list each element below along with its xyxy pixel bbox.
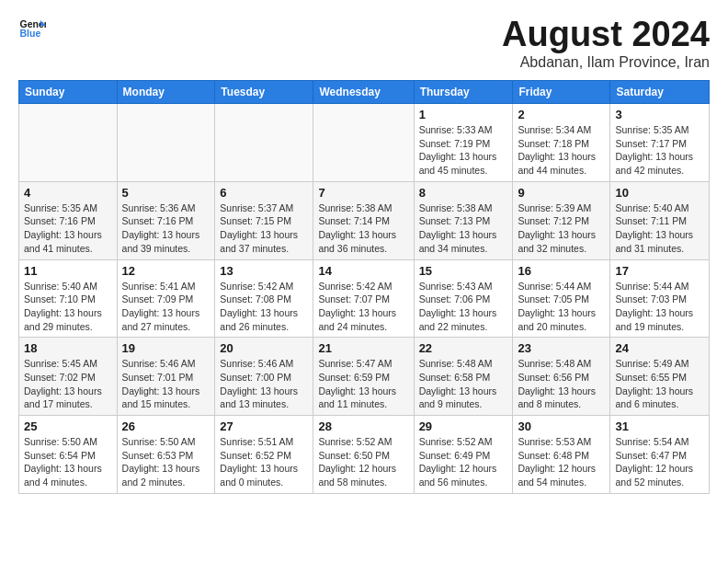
day-detail: Sunrise: 5:44 AMSunset: 7:05 PMDaylight:…: [518, 280, 605, 334]
day-number: 2: [518, 108, 605, 121]
day-number: 4: [24, 186, 112, 200]
day-detail: Sunrise: 5:41 AMSunset: 7:09 PMDaylight:…: [122, 280, 210, 334]
empty-cell: [313, 104, 414, 182]
day-cell-8: 8Sunrise: 5:38 AMSunset: 7:13 PMDaylight…: [414, 181, 513, 259]
logo-icon: General Blue: [18, 15, 46, 42]
day-detail: Sunrise: 5:54 AMSunset: 6:47 PMDaylight:…: [615, 435, 704, 489]
day-number: 17: [615, 264, 704, 278]
header-thursday: Thursday: [414, 81, 513, 104]
day-detail: Sunrise: 5:42 AMSunset: 7:07 PMDaylight:…: [318, 280, 408, 334]
day-number: 30: [518, 419, 605, 433]
day-cell-26: 26Sunrise: 5:50 AMSunset: 6:53 PMDayligh…: [117, 416, 215, 494]
empty-cell: [215, 104, 313, 182]
day-detail: Sunrise: 5:40 AMSunset: 7:11 PMDaylight:…: [615, 201, 704, 256]
week-row-5: 25Sunrise: 5:50 AMSunset: 6:54 PMDayligh…: [19, 416, 710, 494]
day-cell-30: 30Sunrise: 5:53 AMSunset: 6:48 PMDayligh…: [513, 416, 610, 494]
day-cell-27: 27Sunrise: 5:51 AMSunset: 6:52 PMDayligh…: [215, 416, 313, 494]
day-number: 18: [24, 341, 112, 355]
header-monday: Monday: [117, 81, 215, 104]
day-number: 5: [122, 186, 210, 200]
day-detail: Sunrise: 5:43 AMSunset: 7:06 PMDaylight:…: [419, 280, 508, 334]
day-number: 11: [24, 264, 112, 278]
day-cell-16: 16Sunrise: 5:44 AMSunset: 7:05 PMDayligh…: [513, 259, 610, 338]
day-number: 12: [122, 264, 210, 278]
day-cell-28: 28Sunrise: 5:52 AMSunset: 6:50 PMDayligh…: [313, 416, 414, 494]
day-cell-15: 15Sunrise: 5:43 AMSunset: 7:06 PMDayligh…: [414, 259, 513, 338]
day-cell-21: 21Sunrise: 5:47 AMSunset: 6:59 PMDayligh…: [313, 338, 414, 416]
day-number: 31: [615, 419, 704, 433]
day-number: 16: [518, 264, 605, 278]
day-detail: Sunrise: 5:33 AMSunset: 7:19 PMDaylight:…: [419, 123, 508, 178]
day-cell-20: 20Sunrise: 5:46 AMSunset: 7:00 PMDayligh…: [215, 338, 313, 416]
day-detail: Sunrise: 5:34 AMSunset: 7:18 PMDaylight:…: [518, 123, 605, 178]
day-detail: Sunrise: 5:36 AMSunset: 7:16 PMDaylight:…: [122, 201, 210, 256]
header-wednesday: Wednesday: [313, 81, 414, 104]
day-number: 25: [24, 419, 112, 433]
day-detail: Sunrise: 5:44 AMSunset: 7:03 PMDaylight:…: [615, 280, 704, 334]
day-detail: Sunrise: 5:50 AMSunset: 6:53 PMDaylight:…: [122, 435, 210, 489]
day-number: 26: [122, 419, 210, 433]
logo: General Blue: [18, 15, 46, 42]
day-number: 19: [122, 341, 210, 355]
week-row-1: 1Sunrise: 5:33 AMSunset: 7:19 PMDaylight…: [19, 104, 710, 182]
day-cell-9: 9Sunrise: 5:39 AMSunset: 7:12 PMDaylight…: [513, 181, 610, 259]
day-number: 14: [318, 264, 408, 278]
day-detail: Sunrise: 5:38 AMSunset: 7:14 PMDaylight:…: [318, 201, 408, 256]
header-tuesday: Tuesday: [215, 81, 313, 104]
week-row-4: 18Sunrise: 5:45 AMSunset: 7:02 PMDayligh…: [19, 338, 710, 416]
day-cell-29: 29Sunrise: 5:52 AMSunset: 6:49 PMDayligh…: [414, 416, 513, 494]
day-detail: Sunrise: 5:50 AMSunset: 6:54 PMDaylight:…: [24, 435, 112, 489]
day-detail: Sunrise: 5:49 AMSunset: 6:55 PMDaylight:…: [615, 357, 704, 411]
day-cell-25: 25Sunrise: 5:50 AMSunset: 6:54 PMDayligh…: [19, 416, 118, 494]
calendar-table: SundayMondayTuesdayWednesdayThursdayFrid…: [18, 80, 710, 494]
day-number: 27: [220, 419, 308, 433]
day-detail: Sunrise: 5:35 AMSunset: 7:16 PMDaylight:…: [24, 201, 112, 256]
day-detail: Sunrise: 5:35 AMSunset: 7:17 PMDaylight:…: [615, 123, 704, 178]
day-number: 20: [220, 341, 308, 355]
day-detail: Sunrise: 5:51 AMSunset: 6:52 PMDaylight:…: [220, 435, 308, 489]
day-cell-19: 19Sunrise: 5:46 AMSunset: 7:01 PMDayligh…: [117, 338, 215, 416]
day-detail: Sunrise: 5:46 AMSunset: 7:01 PMDaylight:…: [122, 357, 210, 411]
header: General Blue August 2024 Abdanan, Ilam P…: [18, 15, 710, 71]
header-saturday: Saturday: [610, 81, 710, 104]
day-detail: Sunrise: 5:42 AMSunset: 7:08 PMDaylight:…: [220, 280, 308, 334]
day-number: 28: [318, 419, 408, 433]
day-cell-7: 7Sunrise: 5:38 AMSunset: 7:14 PMDaylight…: [313, 181, 414, 259]
day-cell-10: 10Sunrise: 5:40 AMSunset: 7:11 PMDayligh…: [610, 181, 710, 259]
day-cell-2: 2Sunrise: 5:34 AMSunset: 7:18 PMDaylight…: [513, 104, 610, 182]
day-cell-18: 18Sunrise: 5:45 AMSunset: 7:02 PMDayligh…: [19, 338, 118, 416]
week-row-3: 11Sunrise: 5:40 AMSunset: 7:10 PMDayligh…: [19, 259, 710, 338]
day-detail: Sunrise: 5:53 AMSunset: 6:48 PMDaylight:…: [518, 435, 605, 489]
day-number: 1: [419, 108, 508, 121]
day-detail: Sunrise: 5:38 AMSunset: 7:13 PMDaylight:…: [419, 201, 508, 256]
day-cell-31: 31Sunrise: 5:54 AMSunset: 6:47 PMDayligh…: [610, 416, 710, 494]
day-number: 22: [419, 341, 508, 355]
day-cell-23: 23Sunrise: 5:48 AMSunset: 6:56 PMDayligh…: [513, 338, 610, 416]
day-cell-5: 5Sunrise: 5:36 AMSunset: 7:16 PMDaylight…: [117, 181, 215, 259]
week-row-2: 4Sunrise: 5:35 AMSunset: 7:16 PMDaylight…: [19, 181, 710, 259]
day-detail: Sunrise: 5:48 AMSunset: 6:56 PMDaylight:…: [518, 357, 605, 411]
day-number: 21: [318, 341, 408, 355]
day-detail: Sunrise: 5:47 AMSunset: 6:59 PMDaylight:…: [318, 357, 408, 411]
day-number: 13: [220, 264, 308, 278]
day-cell-22: 22Sunrise: 5:48 AMSunset: 6:58 PMDayligh…: [414, 338, 513, 416]
day-cell-6: 6Sunrise: 5:37 AMSunset: 7:15 PMDaylight…: [215, 181, 313, 259]
subtitle: Abdanan, Ilam Province, Iran: [502, 54, 710, 71]
day-number: 8: [419, 186, 508, 200]
empty-cell: [19, 104, 118, 182]
day-detail: Sunrise: 5:39 AMSunset: 7:12 PMDaylight:…: [518, 201, 605, 256]
day-cell-12: 12Sunrise: 5:41 AMSunset: 7:09 PMDayligh…: [117, 259, 215, 338]
day-number: 3: [615, 108, 704, 121]
day-detail: Sunrise: 5:37 AMSunset: 7:15 PMDaylight:…: [220, 201, 308, 256]
day-detail: Sunrise: 5:46 AMSunset: 7:00 PMDaylight:…: [220, 357, 308, 411]
day-detail: Sunrise: 5:40 AMSunset: 7:10 PMDaylight:…: [24, 280, 112, 334]
day-number: 7: [318, 186, 408, 200]
header-friday: Friday: [513, 81, 610, 104]
header-sunday: Sunday: [19, 81, 118, 104]
day-cell-24: 24Sunrise: 5:49 AMSunset: 6:55 PMDayligh…: [610, 338, 710, 416]
main-title: August 2024: [502, 15, 710, 54]
day-cell-13: 13Sunrise: 5:42 AMSunset: 7:08 PMDayligh…: [215, 259, 313, 338]
day-cell-11: 11Sunrise: 5:40 AMSunset: 7:10 PMDayligh…: [19, 259, 118, 338]
day-detail: Sunrise: 5:52 AMSunset: 6:50 PMDaylight:…: [318, 435, 408, 489]
day-number: 23: [518, 341, 605, 355]
